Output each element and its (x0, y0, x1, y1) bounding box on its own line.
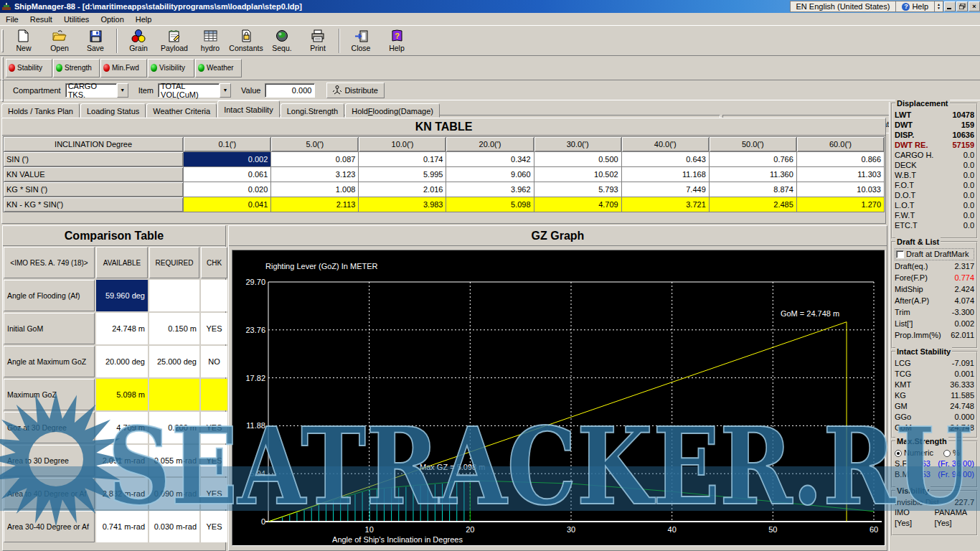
tab-intact-stability[interactable]: Intact Stability (217, 100, 279, 118)
comparison-column-header[interactable]: CHK (201, 247, 227, 278)
kn-cell[interactable]: 3.123 (271, 167, 359, 182)
comparison-available-cell[interactable]: 59.960 deg (96, 280, 148, 311)
kn-cell[interactable]: 10.502 (534, 167, 621, 182)
close-button[interactable]: × (969, 1, 980, 11)
toolbar-grip[interactable] (1, 57, 4, 80)
radio-[interactable]: % (943, 448, 960, 458)
save-button[interactable]: Save (77, 27, 113, 55)
comparison-row-label-initial-gom[interactable]: Initial GoM (4, 313, 95, 344)
comparison-available-cell[interactable]: 2.832 m-rad (96, 478, 148, 509)
kn-cell[interactable]: 0.020 (184, 182, 271, 197)
kn-cell[interactable]: 0.061 (184, 167, 271, 182)
sequ-button[interactable]: Sequ. (264, 27, 300, 55)
kn-cell[interactable]: 2.016 (359, 182, 446, 197)
kn-cell[interactable]: 5.793 (534, 182, 621, 197)
payload-button[interactable]: Payload (156, 27, 192, 55)
comparison-row-label-angle-at-maximum-goz[interactable]: Angle at Maximum GoZ (4, 346, 95, 377)
open-button[interactable]: Open (42, 27, 77, 55)
comparison-row-label-area-30-40-degree-or-af[interactable]: Area 30-40 Degree or Af (4, 511, 95, 542)
kn-cell[interactable]: 0.342 (446, 152, 534, 167)
item-select[interactable]: TOTAL VOL(CuM) ▼ (158, 83, 231, 98)
kn-cell[interactable]: 3.721 (621, 197, 709, 212)
titlebar-help-button[interactable]: ? Help (896, 1, 935, 12)
comparison-chk-cell[interactable]: NO (201, 346, 227, 377)
tab-longi-strength[interactable]: Longi.Strength (281, 103, 345, 118)
help-button[interactable]: ? Help (379, 27, 415, 55)
toggle-visibility[interactable]: Visibility (148, 59, 194, 77)
kn-cell[interactable]: 3.962 (446, 182, 534, 197)
tab-weather-criteria[interactable]: Weather Criteria (146, 103, 217, 118)
comparison-chk-cell[interactable]: YES (201, 313, 227, 344)
new-button[interactable]: New (6, 27, 42, 55)
print-button[interactable]: Print (300, 27, 336, 55)
comparison-column-header[interactable]: <IMO RES. A. 749 (18)> (4, 247, 95, 278)
restore-button[interactable] (956, 1, 968, 11)
kn-cell[interactable]: 7.449 (621, 182, 709, 197)
kn-cell[interactable]: 11.168 (621, 167, 709, 182)
comparison-available-cell[interactable]: 24.748 m (96, 313, 148, 344)
language-bar[interactable]: EN English (United States) (790, 1, 897, 12)
kn-cell[interactable]: 2.113 (271, 197, 359, 212)
menu-item-help[interactable]: Help (130, 14, 158, 25)
comparison-available-cell[interactable]: 2.091 m-rad (96, 445, 148, 476)
comparison-available-cell[interactable]: 5.098 m (96, 379, 148, 410)
radio-numeric[interactable]: Numeric (895, 448, 933, 458)
comparison-chk-cell[interactable] (201, 280, 227, 311)
kn-cell[interactable]: 9.060 (446, 167, 534, 182)
toggle-min-fwd[interactable]: Min.Fwd (100, 59, 147, 77)
kn-cell[interactable]: 0.500 (534, 152, 621, 167)
tab-hold-flooding-damage[interactable]: Hold Flooding(Damage) (345, 103, 440, 118)
toolbar-handle-icon[interactable]: ▲▼ (935, 1, 943, 12)
kn-cell[interactable]: 11.360 (709, 167, 796, 182)
comparison-chk-cell[interactable]: YES (201, 511, 227, 542)
comparison-column-header[interactable]: REQUIRED (149, 247, 199, 278)
kn-column-header[interactable]: 60.0(') (796, 137, 884, 152)
kn-cell[interactable]: 0.766 (709, 152, 796, 167)
kn-cell[interactable]: 10.033 (796, 182, 884, 197)
toolbar-grip[interactable] (1, 29, 4, 52)
comparison-required-cell[interactable] (149, 280, 199, 311)
kn-cell[interactable]: 11.303 (796, 167, 884, 182)
tab-holds-tanks-plan[interactable]: Holds / Tanks Plan (1, 103, 80, 118)
comparison-row-label-area-to-30-degree[interactable]: Area to 30 Degree (4, 445, 95, 476)
kn-row-label-kn-kg-sin[interactable]: KN - KG * SIN(') (4, 197, 184, 212)
chevron-down-icon[interactable]: ▼ (220, 83, 231, 98)
kn-cell[interactable]: 0.174 (359, 152, 446, 167)
kn-cell[interactable]: 0.002 (184, 152, 271, 167)
comparison-chk-cell[interactable]: YES (201, 478, 227, 509)
toggle-weather[interactable]: Weather (195, 59, 242, 77)
menu-item-file[interactable]: File (0, 14, 24, 25)
tab-loading-status[interactable]: Loading Status (80, 103, 146, 118)
toggle-strength[interactable]: Strength (53, 59, 100, 77)
kn-row-label-kn-value[interactable]: KN VALUE (4, 167, 184, 182)
kn-column-header[interactable]: 0.1(') (184, 137, 271, 152)
minimize-button[interactable] (944, 1, 956, 11)
kn-cell[interactable]: 0.041 (184, 197, 271, 212)
comparison-available-cell[interactable]: 0.741 m-rad (96, 511, 148, 542)
comparison-required-cell[interactable] (149, 379, 199, 410)
menu-item-option[interactable]: Option (95, 14, 129, 25)
grain-button[interactable]: Grain (121, 27, 156, 55)
kn-cell[interactable]: 4.709 (534, 197, 621, 212)
menu-item-result[interactable]: Result (24, 14, 58, 25)
comparison-required-cell[interactable]: 25.000 deg (149, 346, 199, 377)
distribute-button[interactable]: Distribute (326, 83, 384, 98)
value-input[interactable]: 0.000 (265, 83, 315, 98)
comparison-required-cell[interactable]: 0.030 m-rad (149, 511, 199, 542)
kn-row-label-kg-sin[interactable]: KG * SIN (') (4, 182, 184, 197)
chevron-down-icon[interactable]: ▼ (117, 83, 128, 98)
comparison-required-cell[interactable]: 0.200 m (149, 412, 199, 443)
kn-column-header[interactable]: INCLINATION Degree (4, 137, 184, 152)
comparison-available-cell[interactable]: 4.709 m (96, 412, 148, 443)
comparison-required-cell[interactable]: 0.090 m-rad (149, 478, 199, 509)
comparison-row-label-maximum-goz[interactable]: Maximum GoZ (4, 379, 95, 410)
kn-cell[interactable]: 0.643 (621, 152, 709, 167)
comparison-required-cell[interactable]: 0.150 m (149, 313, 199, 344)
comparison-required-cell[interactable]: 0.055 m-rad (149, 445, 199, 476)
comparison-chk-cell[interactable]: YES (201, 412, 227, 443)
kn-column-header[interactable]: 5.0(') (271, 137, 359, 152)
kn-column-header[interactable]: 40.0(') (621, 137, 709, 152)
kn-column-header[interactable]: 10.0(') (359, 137, 446, 152)
comparison-column-header[interactable]: AVAILABLE (96, 247, 148, 278)
hydro-button[interactable]: hydro (192, 27, 228, 55)
